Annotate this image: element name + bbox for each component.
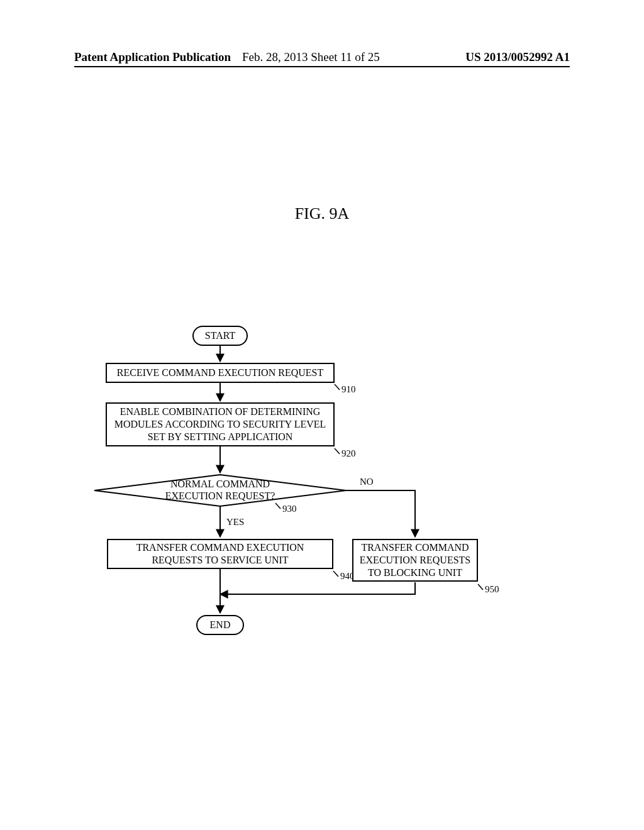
header-patent-id: US 2013/0052992 A1 [465,50,570,64]
figure-title: FIG. 9A [0,204,644,223]
edge-label-no: NO [358,477,375,487]
header-publication: Patent Application Publication [74,50,231,64]
flow-step-950: TRANSFER COMMAND EXECUTION REQUESTS TO B… [352,539,478,582]
ref-920: 920 [341,448,356,459]
flow-step-910: RECEIVE COMMAND EXECUTION REQUEST [106,363,335,383]
svg-line-8 [335,448,340,454]
header-rule [74,66,570,67]
edge-label-yes: YES [225,517,245,528]
svg-line-7 [335,384,340,390]
flow-start: START [192,326,248,346]
flow-decision-930-text: NORMAL COMMAND EXECUTION REQUEST? [165,479,275,501]
flow-step-920: ENABLE COMBINATION OF DETERMINING MODULE… [106,402,335,446]
flow-step-940-text: TRANSFER COMMAND EXECUTION REQUESTS TO S… [112,541,328,567]
svg-line-9 [275,503,280,509]
svg-line-10 [333,571,338,577]
svg-line-11 [478,584,483,590]
ref-930: 930 [282,504,297,514]
flow-end-label: END [210,619,231,631]
ref-910: 910 [341,384,356,395]
flow-decision-930: NORMAL COMMAND EXECUTION REQUEST? [160,478,280,502]
flow-step-910-text: RECEIVE COMMAND EXECUTION REQUEST [117,367,323,379]
flow-end: END [196,615,244,635]
ref-950: 950 [485,584,499,595]
page: Patent Application Publication Feb. 28, … [0,0,644,830]
header-date-sheet: Feb. 28, 2013 Sheet 11 of 25 [242,50,380,64]
flow-step-920-text: ENABLE COMBINATION OF DETERMINING MODULE… [111,406,330,443]
flow-step-940: TRANSFER COMMAND EXECUTION REQUESTS TO S… [107,539,333,569]
flow-step-950-text: TRANSFER COMMAND EXECUTION REQUESTS TO B… [357,541,473,579]
flow-start-label: START [205,330,235,341]
